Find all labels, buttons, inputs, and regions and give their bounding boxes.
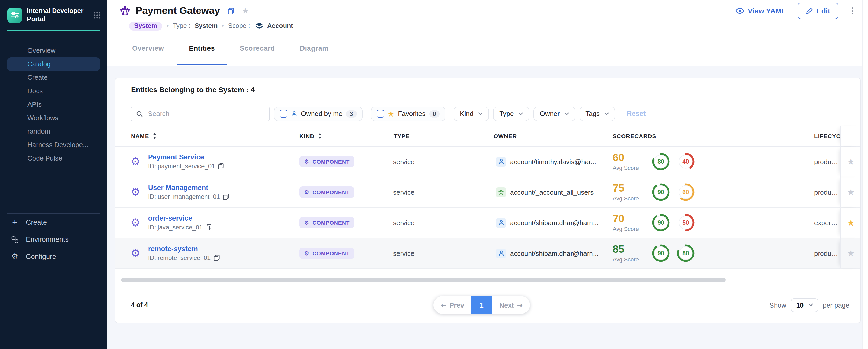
sort-icon[interactable]	[153, 133, 156, 139]
filter-dropdown[interactable]: Tags	[579, 106, 615, 121]
lifecycle-cell: production	[814, 177, 840, 207]
favorite-cell[interactable]: ★	[840, 147, 861, 177]
owned-by-me-filter[interactable]: Owned by me 3	[274, 106, 362, 121]
sidebar-nav-item[interactable]: Catalog	[7, 57, 100, 71]
favorite-cell[interactable]: ★	[840, 208, 861, 238]
entity-name-link[interactable]: order-service	[148, 214, 212, 222]
tab[interactable]: Entities	[176, 31, 227, 66]
favorite-star-icon[interactable]: ★	[847, 157, 855, 166]
apps-grid-icon[interactable]	[94, 12, 100, 19]
page-size-select[interactable]: 10	[791, 298, 818, 312]
sort-icon[interactable]	[318, 133, 322, 139]
user-icon	[498, 220, 504, 226]
filter-dropdown[interactable]: Owner	[534, 106, 576, 121]
tab[interactable]: Overview	[120, 31, 176, 66]
sidebar-nav-item[interactable]: Docs	[7, 84, 100, 98]
edit-button[interactable]: Edit	[797, 3, 838, 19]
horizontal-scrollbar[interactable]	[121, 278, 725, 282]
sidebar-nav-item[interactable]: Code Pulse	[7, 152, 100, 165]
page-number-button[interactable]: 1	[471, 296, 492, 314]
search-box[interactable]	[130, 106, 270, 121]
column-label: NAME	[131, 133, 149, 139]
scorecards-cell: 75 Avg Score 90 60	[612, 177, 814, 207]
dropdown-label: Type	[499, 110, 514, 118]
sidebar-item-create[interactable]: + Create	[0, 214, 107, 231]
copy-icon[interactable]	[228, 7, 234, 14]
sidebar-nav-item[interactable]: Create	[7, 71, 100, 84]
page-title: Payment Gateway	[136, 5, 220, 17]
arrow-left-icon: ←	[441, 301, 446, 309]
avg-score: 70 Avg Score	[613, 213, 645, 232]
sidebar-item-configure[interactable]: ⚙ Configure	[0, 248, 107, 265]
prev-page-button[interactable]: ← Prev	[433, 296, 471, 314]
score-divider	[645, 182, 645, 202]
sidebar-nav-item[interactable]: Overview	[7, 44, 100, 57]
tab[interactable]: Scorecard	[227, 31, 287, 66]
owned-by-me-checkbox[interactable]	[280, 110, 287, 118]
copy-icon[interactable]	[206, 224, 211, 230]
scorecards-cell: 85 Avg Score 90 80	[612, 238, 814, 268]
score-gauge: 80	[652, 153, 670, 170]
column-header-name[interactable]: NAME	[116, 126, 293, 146]
favorites-checkbox[interactable]	[376, 110, 384, 118]
show-label: Show	[769, 301, 786, 309]
scope-label: Scope :	[228, 22, 250, 30]
next-page-button[interactable]: Next →	[492, 296, 530, 314]
copy-icon[interactable]	[223, 194, 229, 200]
tab[interactable]: Diagram	[287, 31, 341, 66]
chevron-down-icon	[519, 112, 523, 115]
filter-dropdown[interactable]: Kind	[454, 106, 489, 121]
favorite-star-icon[interactable]: ★	[242, 7, 249, 15]
column-header-favorite	[840, 126, 861, 146]
sidebar-nav-item[interactable]: APIs	[7, 98, 100, 111]
component-gear-icon: ⚙	[130, 248, 141, 259]
copy-icon[interactable]	[218, 163, 224, 169]
score-gauge: 40	[677, 153, 694, 170]
favorite-star-icon[interactable]: ★	[847, 218, 855, 227]
main-area: Payment Gateway ★ View YAML Edit	[107, 0, 868, 349]
avg-score: 85 Avg Score	[613, 244, 645, 262]
dropdown-group: Kind Type Owner	[454, 106, 615, 121]
lifecycle-cell: production	[814, 238, 840, 268]
filter-dropdown[interactable]: Type	[493, 106, 529, 121]
entity-name-link[interactable]: Payment Service	[148, 153, 224, 161]
page-size-group: Show 10 per page	[769, 298, 849, 312]
favorite-cell[interactable]: ★	[840, 238, 861, 268]
column-header-lifecycle: LIFECYCLE	[814, 126, 840, 146]
avg-score-label: Avg Score	[613, 195, 645, 201]
edit-label: Edit	[816, 7, 830, 15]
search-input[interactable]	[147, 109, 264, 118]
logo-block: Internal Developer Portal	[7, 0, 100, 31]
view-yaml-button[interactable]: View YAML	[736, 7, 786, 15]
scorecards-cell: 70 Avg Score 90 50	[612, 208, 814, 238]
gear-icon: ⚙	[304, 189, 309, 195]
favorite-cell[interactable]: ★	[840, 177, 861, 207]
score-divider	[645, 213, 645, 232]
svg-text:90: 90	[657, 219, 664, 226]
entity-id: ID: java_service_01	[148, 224, 212, 231]
more-options-icon[interactable]	[850, 5, 856, 17]
favorite-star-icon[interactable]: ★	[847, 188, 855, 196]
type-cell: service	[393, 208, 493, 238]
lifecycle-cell: experimental	[814, 208, 840, 238]
entity-name-link[interactable]: User Management	[148, 184, 229, 192]
component-gear-icon: ⚙	[130, 156, 141, 167]
entity-name-link[interactable]: remote-system	[148, 245, 219, 253]
sidebar-item-environments[interactable]: Environments	[0, 231, 107, 248]
sidebar-nav-item[interactable]: Workflows	[7, 111, 100, 125]
pagination: ← Prev 1 Next →	[433, 296, 530, 314]
column-header-kind[interactable]: KIND	[293, 126, 393, 146]
kind-badge: ⚙COMPONENT	[299, 156, 354, 167]
favorite-star-icon[interactable]: ★	[847, 249, 855, 258]
copy-icon[interactable]	[214, 255, 219, 261]
sidebar-nav-item[interactable]: random	[7, 125, 100, 138]
component-gear-icon: ⚙	[130, 217, 141, 228]
scorecards-cell: 60 Avg Score 80 40	[612, 147, 814, 177]
sidebar-nav: Overview Catalog Create Docs APIs Workfl…	[0, 44, 107, 165]
favorites-filter[interactable]: ★ Favorites 0	[371, 106, 445, 121]
column-header-owner: OWNER	[493, 126, 612, 146]
reset-filters-button[interactable]: Reset	[627, 110, 646, 118]
sidebar-nav-item[interactable]: Harness Develope...	[7, 138, 100, 152]
name-cell: ⚙ Payment Service ID: payment_service_01	[116, 147, 293, 177]
sidebar-item-label: Environments	[26, 235, 69, 243]
